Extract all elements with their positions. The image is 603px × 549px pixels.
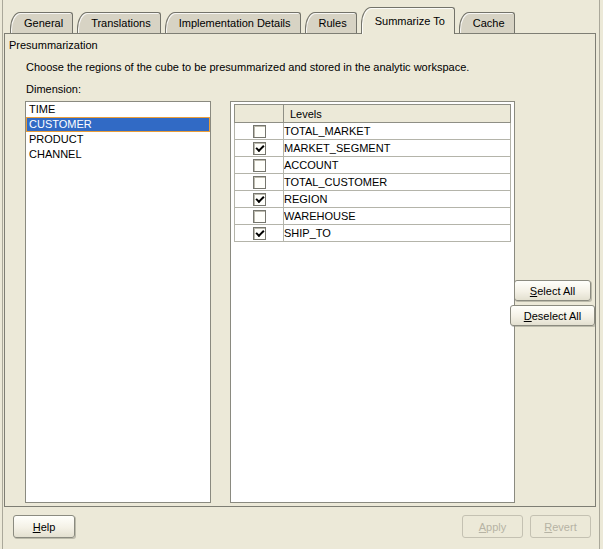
deselect-all-button[interactable]: Deselect All <box>510 305 595 326</box>
level-checkbox-warehouse[interactable] <box>253 210 266 223</box>
tab-cache[interactable]: Cache <box>459 12 515 33</box>
tab-implementation-details[interactable]: Implementation Details <box>165 12 301 33</box>
dimension-item-channel[interactable]: CHANNEL <box>26 147 210 162</box>
deselect-all-label: Deselect All <box>524 310 581 322</box>
table-row: ACCOUNT <box>235 157 511 174</box>
dimension-item-time[interactable]: TIME <box>26 102 210 117</box>
level-checkbox-cell[interactable] <box>235 174 284 191</box>
table-row: TOTAL_MARKET <box>235 123 511 140</box>
summarize-to-dialog: { "tabs": [ {"label": "General", "active… <box>0 0 603 549</box>
levels-header-row: Levels <box>235 105 511 123</box>
level-checkbox-market-segment[interactable] <box>253 142 266 155</box>
tab-translations[interactable]: Translations <box>77 12 161 33</box>
select-all-label: Select All <box>530 285 575 297</box>
dimension-item-customer[interactable]: CUSTOMER <box>26 117 210 132</box>
table-row: TOTAL_CUSTOMER <box>235 174 511 191</box>
tab-rules[interactable]: Rules <box>305 12 357 33</box>
level-checkbox-ship-to[interactable] <box>253 227 266 240</box>
level-checkbox-total-customer[interactable] <box>253 176 266 189</box>
checkbox-column-header <box>235 105 284 123</box>
dimension-label: Dimension: <box>26 83 81 95</box>
table-row: REGION <box>235 191 511 208</box>
level-label-cell[interactable]: WAREHOUSE <box>284 208 511 225</box>
level-checkbox-region[interactable] <box>253 193 266 206</box>
table-row: WAREHOUSE <box>235 208 511 225</box>
levels-table: Levels TOTAL_MARKET MARKET_SEGMENT ACCOU… <box>234 104 511 242</box>
help-button[interactable]: Help <box>13 515 75 538</box>
dimension-list[interactable]: TIME CUSTOMER PRODUCT CHANNEL <box>25 101 211 503</box>
level-checkbox-total-market[interactable] <box>253 125 266 138</box>
revert-button[interactable]: Revert <box>530 515 591 538</box>
presummarization-title: Presummarization <box>9 39 98 51</box>
level-label-cell[interactable]: TOTAL_CUSTOMER <box>284 174 511 191</box>
levels-column-header: Levels <box>284 105 511 123</box>
level-checkbox-cell[interactable] <box>235 208 284 225</box>
table-row: MARKET_SEGMENT <box>235 140 511 157</box>
summarize-to-panel: Presummarization Choose the regions of t… <box>4 33 596 507</box>
tab-general[interactable]: General <box>10 12 73 33</box>
apply-button[interactable]: Apply <box>462 515 523 538</box>
window-frame-right <box>599 0 600 549</box>
level-label-cell[interactable]: ACCOUNT <box>284 157 511 174</box>
instruction-text: Choose the regions of the cube to be pre… <box>26 61 469 73</box>
level-checkbox-cell[interactable] <box>235 225 284 242</box>
dimension-item-product[interactable]: PRODUCT <box>26 132 210 147</box>
level-checkbox-cell[interactable] <box>235 157 284 174</box>
apply-label: Apply <box>479 521 507 533</box>
revert-label: Revert <box>544 521 576 533</box>
help-label: Help <box>33 521 56 533</box>
level-label-cell[interactable]: REGION <box>284 191 511 208</box>
levels-table-panel: Levels TOTAL_MARKET MARKET_SEGMENT ACCOU… <box>230 101 515 503</box>
table-row: SHIP_TO <box>235 225 511 242</box>
level-label-cell[interactable]: MARKET_SEGMENT <box>284 140 511 157</box>
select-all-button[interactable]: Select All <box>514 280 591 301</box>
level-label-cell[interactable]: TOTAL_MARKET <box>284 123 511 140</box>
level-checkbox-cell[interactable] <box>235 191 284 208</box>
level-checkbox-cell[interactable] <box>235 123 284 140</box>
level-checkbox-account[interactable] <box>253 159 266 172</box>
tab-bar: General Translations Implementation Deta… <box>10 7 519 34</box>
tab-summarize-to[interactable]: Summarize To <box>361 7 455 34</box>
level-label-cell[interactable]: SHIP_TO <box>284 225 511 242</box>
window-frame-left <box>2 0 3 549</box>
level-checkbox-cell[interactable] <box>235 140 284 157</box>
